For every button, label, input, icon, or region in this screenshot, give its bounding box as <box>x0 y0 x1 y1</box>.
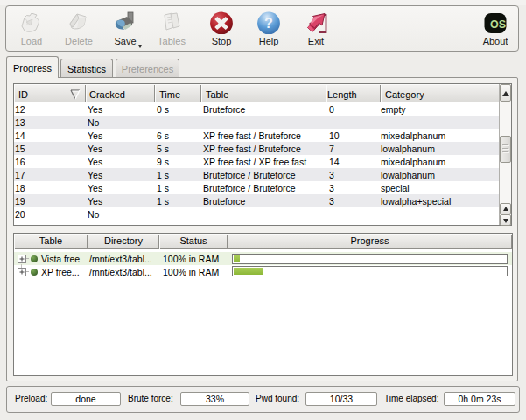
svg-text:?: ? <box>264 16 273 31</box>
svg-text:OS: OS <box>490 18 506 31</box>
